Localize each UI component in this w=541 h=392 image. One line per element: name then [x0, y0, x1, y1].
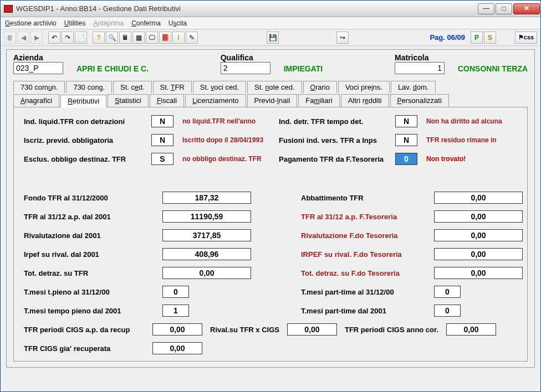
css-button[interactable]: ⚑css — [515, 32, 537, 44]
tmesi-part-input[interactable] — [434, 286, 461, 298]
tab-orario[interactable]: Orario — [303, 81, 337, 93]
lab-cigs-rec: TFR CIGS gia' recuperata — [24, 344, 145, 353]
exit-icon[interactable]: ↪ — [336, 32, 349, 44]
lab-tmesi-pieno: T.mesi t.pieno al 31/12/00 — [24, 288, 162, 296]
tot-detraz-tes-input[interactable] — [434, 267, 523, 279]
book-icon[interactable]: 📕 — [159, 32, 171, 44]
minimize-button[interactable]: — — [478, 3, 494, 14]
new-icon[interactable]: 📄 — [75, 32, 87, 44]
lab-tot-detraz: Tot. detraz. su TFR — [24, 269, 162, 277]
lab-rivalut-tes: Rivalutazione F.do Tesoreria — [301, 231, 434, 240]
content: Azienda APRI E CHIUDI E C. Qualifica IMP… — [1, 46, 540, 391]
tab-anagrafici[interactable]: Anagrafici — [13, 94, 59, 107]
menu-archivio[interactable]: Gestione archivio — [5, 19, 57, 27]
tab-altri-redditi[interactable]: Altri redditi — [341, 94, 389, 107]
field-qualifica: Qualifica — [221, 53, 270, 74]
lab-esclus: Esclus. obbligo destinaz. TFR — [24, 155, 151, 163]
menu-conferma[interactable]: Conferma — [131, 19, 161, 27]
lab-fusioni: Fusioni ind. vers. TFR a Inps — [279, 136, 395, 145]
ind-liquid-input[interactable] — [151, 115, 173, 127]
header-block: Azienda APRI E CHIUDI E C. Qualifica IMP… — [6, 49, 535, 368]
fondo-tfr-input[interactable] — [162, 192, 251, 204]
azienda-input[interactable] — [13, 62, 63, 74]
save-icon[interactable]: 💾 — [267, 32, 279, 44]
help-icon[interactable]: ? — [93, 32, 105, 44]
titlebar: WGESDIP1 - Anno:BB14 - Gestione Dati Ret… — [1, 1, 540, 17]
info-icon[interactable]: i — [172, 32, 185, 44]
iscriz-note: Iscritto dopo il 28/04/1993 — [179, 136, 279, 144]
qualifica-label: Qualifica — [221, 53, 270, 62]
irpef-tes-input[interactable] — [434, 248, 523, 260]
tab-st-ced[interactable]: St. ced. — [113, 81, 152, 93]
tab-lav-dom[interactable]: Lav. dom. — [391, 81, 436, 93]
abbatt-input[interactable] — [434, 192, 523, 204]
lab-pagamento: Pagamento TFR da F.Tesoreria — [279, 155, 395, 163]
qualifica-name: IMPIEGATI — [284, 64, 323, 74]
qualifica-input[interactable] — [221, 62, 270, 74]
menu-utilities[interactable]: Utilities — [64, 19, 86, 27]
tabs-row1: 730 comun. 730 cong. St. ced. St. TFR St… — [13, 80, 528, 107]
irpef-input[interactable] — [162, 248, 251, 260]
matricola-label: Matricola — [395, 53, 445, 62]
flags-grid: Ind. liquid.TFR con detrazioni no liquid… — [24, 115, 517, 165]
lab-fondo-tfr: Fondo TFR al 31/12/2000 — [24, 194, 162, 202]
p-button[interactable]: P — [471, 32, 483, 44]
tab-retributivi[interactable]: Retributivi — [60, 95, 106, 107]
lab-tfr-tesoreria: TFR al 31/12 a.p. F.Tesoreria — [301, 213, 434, 221]
cigs-rec-input[interactable] — [152, 342, 202, 354]
tmesi-part2001-input[interactable] — [434, 305, 461, 317]
tab-previd-inail[interactable]: Previd-Inail — [247, 94, 298, 107]
redo-icon[interactable]: ↷ — [62, 32, 74, 44]
tmesi-pieno2001-input[interactable] — [162, 305, 189, 317]
s-button[interactable]: S — [484, 32, 496, 44]
rivalut-tes-input[interactable] — [434, 229, 523, 241]
azienda-name: APRI E CHIUDI E C. — [76, 64, 149, 74]
tab-panel: Ind. liquid.TFR con detrazioni no liquid… — [13, 107, 528, 362]
esclus-input[interactable] — [151, 153, 173, 165]
iscriz-input[interactable] — [151, 134, 173, 146]
search-icon[interactable]: 🔍 — [106, 32, 118, 44]
tfr-tesoreria-input[interactable] — [434, 210, 523, 223]
menu-uscita[interactable]: Uscita — [169, 19, 187, 27]
matricola-input[interactable] — [395, 62, 445, 74]
fusioni-input[interactable] — [395, 134, 417, 146]
lab-tmesi-part2001: T.mesi part-time dal 2001 — [301, 307, 434, 315]
tab-statistici[interactable]: Statistici — [108, 94, 149, 107]
grid-icon[interactable]: ▦ — [132, 32, 145, 44]
maximize-button[interactable]: □ — [496, 3, 512, 14]
edit-icon[interactable]: ✎ — [186, 32, 198, 44]
lab-cigs-ap: TFR periodi CIGS a.p. da recup — [24, 326, 145, 334]
tab-voci-preins[interactable]: Voci preins. — [338, 81, 390, 93]
tot-detraz-input[interactable] — [162, 267, 251, 279]
tfr-3112-input[interactable] — [162, 210, 251, 223]
tab-st-tfr[interactable]: St. TFR — [153, 81, 192, 93]
pagamento-input[interactable] — [395, 153, 417, 165]
lab-tot-detraz-tes: Tot. detraz. su F.do Tesoreria — [301, 269, 434, 277]
tab-730-comun[interactable]: 730 comun. — [13, 81, 65, 93]
cigs-ap-input[interactable] — [152, 323, 202, 336]
tmesi-pieno-input[interactable] — [162, 286, 189, 298]
lab-tfr-3112: TFR al 31/12 a.p. dal 2001 — [24, 213, 162, 221]
cigs-cor-input[interactable] — [446, 323, 496, 336]
tab-familiari[interactable]: Familiari — [298, 94, 339, 107]
lab-tmesi-pieno2001: T.mesi tempo pieno dal 2001 — [24, 307, 162, 315]
tab-fiscali[interactable]: Fiscali — [150, 94, 184, 107]
close-button[interactable]: ✕ — [513, 3, 540, 14]
calc-icon[interactable]: 🖩 — [119, 32, 131, 44]
rivalut-input[interactable] — [162, 229, 251, 241]
page-indicator: Pag. 06/09 — [430, 33, 465, 42]
menubar: Gestione archivio Utilities Anteprima Co… — [1, 17, 540, 29]
lab-abbatt: Abbattimento TFR — [301, 194, 434, 202]
tab-personalizzati[interactable]: Personalizzati — [390, 94, 449, 107]
tab-st-voci-ced[interactable]: St. voci ced. — [193, 81, 246, 93]
app-window: WGESDIP1 - Anno:BB14 - Gestione Dati Ret… — [0, 0, 541, 392]
tab-licenziamento[interactable]: Licenziamento — [185, 94, 246, 107]
undo-icon[interactable]: ↶ — [48, 32, 60, 44]
tab-st-note-ced[interactable]: St. note ced. — [247, 81, 302, 93]
rival-cigs-input[interactable] — [287, 323, 337, 336]
tab-730-cong[interactable]: 730 cong. — [66, 81, 112, 93]
ind-detr-input[interactable] — [395, 115, 417, 127]
fusioni-note: TFR residuo rimane in — [423, 136, 512, 144]
lab-iscriz: Iscriz. previd. obbligatoria — [24, 136, 151, 145]
screen-icon[interactable]: 🖵 — [146, 32, 158, 44]
